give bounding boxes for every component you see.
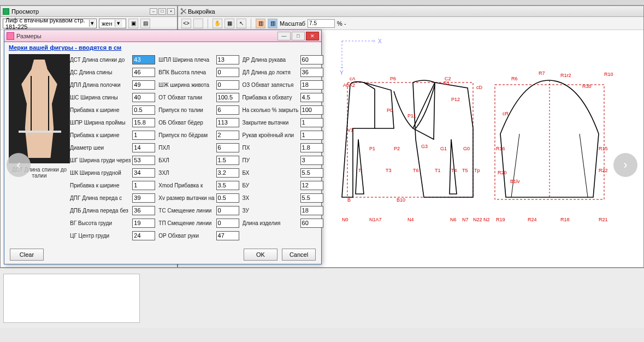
field-input[interactable] [132,55,155,64]
clear-button[interactable]: Clear [10,249,44,261]
thumbnail[interactable] [3,274,140,323]
close-button[interactable]: × [167,8,175,15]
field-input[interactable] [216,80,239,90]
field-input[interactable] [132,131,155,140]
field-input[interactable] [132,143,155,152]
dialog-close-button[interactable]: ✕ [306,32,319,40]
field-input[interactable] [132,206,155,215]
preview-panel-header: Просмотр – □ × [1,6,177,17]
field-input[interactable] [300,80,323,90]
field-input[interactable] [300,68,323,77]
field-input[interactable] [132,80,155,90]
cancel-button[interactable]: Cancel [282,249,316,261]
field-input[interactable] [216,181,239,190]
svg-text:P6: P6 [390,76,396,81]
field-input[interactable] [216,68,239,77]
field-input[interactable] [300,118,323,127]
field-input[interactable] [132,105,155,115]
field-input[interactable] [132,156,155,165]
svg-text:X: X [378,38,382,44]
field-input[interactable] [300,131,323,140]
field-input[interactable] [216,105,239,115]
field-input[interactable] [216,131,239,140]
preview-toolbar: Лиф с втачным рукавом стр. 181-225 ▾ жен… [1,17,177,30]
field-input[interactable] [216,219,239,228]
field-input[interactable] [132,168,155,178]
maximize-button[interactable]: □ [158,8,166,15]
field-input[interactable] [300,206,323,215]
ok-button[interactable]: OK [244,249,277,261]
toolbar-button-b[interactable]: ▤ [140,19,150,28]
layout-a-button[interactable]: ▥ [256,19,265,28]
field-input[interactable] [132,68,155,77]
svg-text:R6: R6 [511,76,518,81]
field-row: ВГ Высота груди [70,217,155,228]
field-label: ЗУ [243,208,299,214]
field-input[interactable] [300,219,323,228]
field-input[interactable] [300,168,323,178]
scale-input[interactable] [308,19,335,28]
chevron-left-icon: ‹ [16,158,20,172]
grid-tool-button[interactable]: ▦ [224,19,234,28]
field-input[interactable] [216,206,239,215]
field-row: Рукав кроённый или [243,129,323,140]
field-input[interactable] [132,219,155,228]
field-input[interactable] [300,193,323,203]
pointer-tool-button[interactable]: ↖ [237,19,246,28]
field-input[interactable] [300,143,323,152]
tool-code-button[interactable]: <> [181,19,191,28]
field-row: ДПГ Длина переда с [70,192,155,203]
dialog-minimize-button[interactable]: — [277,32,291,40]
field-input[interactable] [300,93,323,102]
minimize-button[interactable]: – [150,8,157,15]
field-label: Диаметр шеи [70,145,131,151]
field-row: ЦГ Центр груди [70,230,155,241]
field-input[interactable] [216,231,239,240]
field-input[interactable] [216,143,239,152]
model-combo[interactable]: Лиф с втачным рукавом стр. 181-225 ▾ [3,19,97,28]
field-input[interactable] [300,55,323,64]
svg-text:P2: P2 [394,146,400,151]
tool-blank-button[interactable] [193,19,203,28]
field-input[interactable] [132,118,155,127]
field-row: ШГ Ширина груди через [70,155,155,166]
measurements-link[interactable]: Мерки вашей фигуры - вводятся в см [4,42,321,53]
hand-tool-button[interactable]: ✋ [212,19,222,28]
field-input[interactable] [216,118,239,127]
dialog-titlebar[interactable]: Размеры — □ ✕ [4,30,321,42]
field-input[interactable] [300,105,323,115]
dialog-maximize-button[interactable]: □ [292,32,305,40]
svg-text:cD: cD [476,85,483,90]
field-input[interactable] [132,193,155,203]
field-input[interactable] [216,193,239,203]
field-input[interactable] [300,181,323,190]
field-input[interactable] [216,55,239,64]
field-input[interactable] [132,93,155,102]
field-row: Прибавка к ширине [70,129,155,140]
field-input[interactable] [216,93,239,102]
field-input[interactable] [216,156,239,165]
svg-point-1 [181,13,182,14]
field-row: Xmod Прибавка к [158,180,239,191]
field-label: ЗХЛ [158,170,214,176]
field-input[interactable] [300,156,323,165]
field-input[interactable] [216,168,239,178]
field-row: БХ [243,167,323,178]
layout-b-button[interactable]: ▥ [268,19,277,28]
fields-column-3: ДР Длина рукаваДЛ Длина до локтяОЗ Обхва… [243,54,323,243]
field-label: ШК Ширина грудной [70,170,131,176]
svg-text:T4: T4 [451,168,457,173]
field-label: ОЗ Обхват запястья [243,82,299,88]
field-row: ДПЛ Длина полочки [70,79,155,90]
prev-arrow-button[interactable]: ‹ [7,153,31,177]
field-row: ОЗ Обхват запястья [243,79,323,90]
field-row: ДСТ Длина спинки до [70,54,155,65]
next-arrow-button[interactable]: › [613,153,637,177]
svg-text:cA: cA [350,76,356,81]
field-input[interactable] [132,181,155,190]
toolbar-button-a[interactable]: ▣ [128,19,138,28]
svg-text:R21: R21 [599,217,608,222]
gender-combo[interactable]: жен ▾ [99,19,126,28]
scale-suffix: % - [337,20,346,27]
field-input[interactable] [132,231,155,240]
